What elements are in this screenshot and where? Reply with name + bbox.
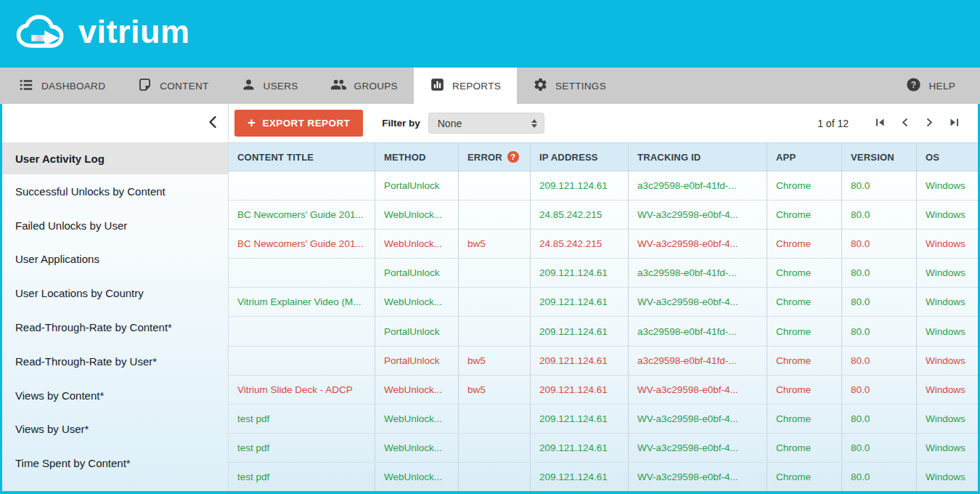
table-row[interactable]: Vitrium Explainer Video (M...WebUnlock..… (229, 288, 978, 317)
cell-tracking-id: a3c29598-e0bf-41fd-... (629, 347, 767, 375)
chevron-left-icon (208, 116, 217, 131)
cell-app: Chrome (767, 463, 842, 491)
table-row[interactable]: PortalUnlock209.121.124.61a3c29598-e0bf-… (229, 259, 978, 288)
nav-tab-content[interactable]: CONTENT (121, 68, 224, 104)
cell-version: 80.0 (842, 463, 917, 491)
sidebar-collapse-button[interactable] (203, 114, 221, 133)
cell-os: Windows (917, 405, 978, 433)
cell-version: 80.0 (842, 230, 917, 258)
cell-app: Chrome (767, 288, 842, 316)
cell-os: Windows (917, 434, 978, 462)
nav-tab-users[interactable]: USERS (225, 68, 314, 104)
table-row[interactable]: PortalUnlock209.121.124.61a3c29598-e0bf-… (229, 317, 978, 346)
cell-error: bw5 (459, 230, 531, 258)
nav-tab-dashboard[interactable]: DASHBOARD (2, 68, 121, 104)
nav-help[interactable]: ? HELP (889, 68, 971, 104)
column-header-tracking-id: TRACKING ID (629, 143, 767, 171)
nav-label: DASHBOARD (41, 81, 105, 92)
cell-content-title: BC Newcomers' Guide 201... (229, 230, 375, 258)
brand-header: vitrium (0, 0, 980, 68)
vitrium-logo[interactable]: vitrium (15, 13, 190, 55)
cell-method: PortalUnlock (375, 259, 459, 287)
nav-label: SETTINGS (555, 81, 606, 92)
cell-tracking-id: a3c29598-e0bf-41fd-... (629, 259, 767, 287)
cell-ip-address: 209.121.124.61 (531, 405, 629, 433)
cell-version: 80.0 (842, 201, 917, 229)
cell-ip-address: 209.121.124.61 (531, 288, 629, 316)
cell-os: Windows (917, 288, 978, 316)
error-help-icon[interactable]: ? (507, 151, 519, 163)
table-row[interactable]: PortalUnlockbw5209.121.124.61a3c29598-e0… (229, 347, 978, 376)
cell-content-title: Vitrium Explainer Video (M... (229, 288, 375, 316)
table-row[interactable]: test pdfWebUnlock...209.121.124.61WV-a3c… (229, 463, 978, 491)
cell-error (459, 405, 531, 433)
column-header-method: METHOD (375, 143, 459, 171)
sidebar-item[interactable]: Read-Through-Rate by Content* (2, 310, 228, 344)
plus-icon: + (248, 116, 256, 131)
cell-content-title (229, 171, 375, 200)
table-row[interactable]: BC Newcomers' Guide 201...WebUnlock...24… (229, 201, 978, 230)
cell-error (459, 288, 531, 316)
select-arrows-icon (531, 119, 537, 128)
sidebar-item[interactable]: User Applications (2, 243, 228, 277)
first-page-button[interactable] (867, 113, 892, 134)
sidebar-item[interactable]: Read-Through-Rate by User* (2, 344, 228, 378)
export-report-button[interactable]: + EXPORT REPORT (234, 110, 363, 137)
cell-tracking-id: WV-a3c29598-e0bf-4... (629, 463, 767, 491)
cell-ip-address: 209.121.124.61 (531, 347, 629, 375)
page-indicator: 1 of 12 (817, 118, 849, 129)
dashboard-list-icon (18, 77, 34, 95)
nav-tab-reports[interactable]: REPORTS (414, 68, 517, 104)
sidebar-item[interactable]: Views by Content* (2, 378, 228, 413)
cell-error (459, 317, 531, 345)
cell-version: 80.0 (842, 405, 917, 433)
table-row[interactable]: BC Newcomers' Guide 201...WebUnlock...bw… (229, 230, 978, 259)
next-page-button[interactable] (917, 113, 942, 134)
cell-os: Windows (917, 463, 978, 491)
cell-ip-address: 209.121.124.61 (531, 463, 629, 491)
last-page-button[interactable] (942, 113, 966, 134)
column-header-version: VERSION (842, 143, 917, 171)
column-header-app: APP (767, 143, 842, 171)
next-page-icon (925, 117, 934, 130)
nav-tab-groups[interactable]: GROUPS (314, 68, 414, 104)
nav-label: USERS (264, 81, 298, 92)
cell-app: Chrome (767, 434, 842, 462)
table-row[interactable]: PortalUnlock209.121.124.61a3c29598-e0bf-… (229, 171, 978, 201)
export-report-label: EXPORT REPORT (263, 118, 351, 129)
main-nav: DASHBOARD CONTENT USERS (0, 68, 980, 104)
cell-app: Chrome (767, 201, 842, 229)
cell-method: WebUnlock... (375, 230, 459, 258)
sidebar-item[interactable]: Views by User* (2, 413, 228, 447)
previous-page-button[interactable] (892, 113, 917, 134)
cell-version: 80.0 (842, 171, 917, 200)
svg-text:?: ? (910, 80, 916, 90)
table-row[interactable]: Vitrium Slide Deck - ADCPWebUnlock...bw5… (229, 376, 978, 405)
sidebar-item[interactable]: Successful Unlocks by Content (2, 174, 228, 208)
gear-icon (533, 77, 548, 94)
cell-os: Windows (917, 259, 978, 287)
filter-select[interactable]: None (428, 113, 544, 134)
sidebar-item[interactable]: User Locations by Country (2, 276, 228, 310)
sidebar-item[interactable]: User Activity Log (2, 142, 228, 174)
cell-app: Chrome (767, 347, 842, 375)
nav-label: REPORTS (452, 81, 501, 92)
cell-ip-address: 24.85.242.215 (531, 201, 629, 229)
sidebar-item[interactable]: Time Spent by Content* (2, 446, 228, 480)
cell-method: WebUnlock... (375, 376, 459, 404)
first-page-icon (875, 117, 886, 130)
document-icon (137, 77, 152, 94)
cell-tracking-id: WV-a3c29598-e0bf-4... (629, 288, 767, 316)
user-activity-table: CONTENT TITLE METHOD ERROR ? IP ADDRESS … (229, 142, 978, 491)
nav-tab-settings[interactable]: SETTINGS (517, 68, 622, 104)
table-row[interactable]: test pdfWebUnlock...209.121.124.61WV-a3c… (229, 434, 978, 463)
column-header-os: OS (917, 143, 978, 171)
cell-version: 80.0 (842, 259, 917, 287)
report-main: + EXPORT REPORT Filter by None 1 of 12 (229, 104, 978, 491)
sidebar-item[interactable]: Failed Unlocks by User (2, 208, 228, 243)
logo-text: vitrium (78, 15, 190, 52)
cell-content-title (229, 317, 375, 345)
cell-tracking-id: WV-a3c29598-e0bf-4... (629, 434, 767, 462)
table-row[interactable]: test pdfWebUnlock...209.121.124.61WV-a3c… (229, 405, 978, 434)
cell-app: Chrome (767, 405, 842, 433)
